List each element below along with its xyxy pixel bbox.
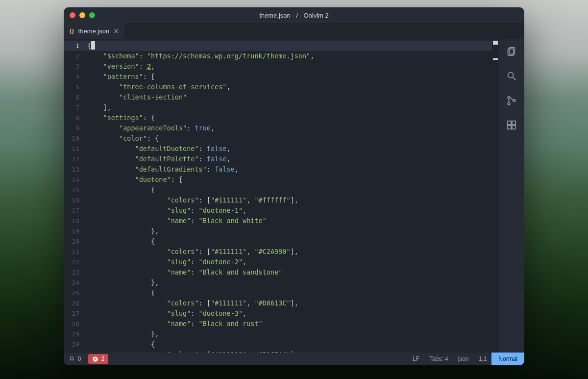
code-line[interactable]: "name": "Black and sandstone"	[84, 267, 492, 278]
line-number[interactable]: 28	[64, 319, 84, 329]
tab-label: theme.json	[78, 27, 110, 35]
code-line[interactable]: "version": 2,	[84, 61, 492, 72]
line-number[interactable]: 6	[64, 92, 84, 102]
files-icon[interactable]	[506, 46, 517, 57]
line-number[interactable]: 17	[64, 205, 84, 216]
status-bar: 0 2 LF Tabs: 4 json 1,1 Normal	[64, 353, 524, 365]
code-line[interactable]: "settings": {	[84, 113, 492, 123]
line-number[interactable]: 11	[64, 144, 84, 154]
maximize-window-button[interactable]	[89, 12, 95, 18]
svg-point-5	[508, 102, 510, 105]
code-line[interactable]: {	[84, 288, 492, 298]
status-notifications[interactable]: 0	[64, 353, 86, 365]
code-line[interactable]: "slug": "duotone-2",	[84, 257, 492, 267]
line-number[interactable]: 24	[64, 278, 84, 288]
error-icon	[92, 356, 98, 362]
code-area[interactable]: { "$schema": "https://schemas.wp.org/tru…	[84, 39, 492, 353]
scrollbar[interactable]	[492, 39, 499, 353]
code-line[interactable]: "clients-section"	[84, 92, 492, 102]
git-icon[interactable]	[506, 95, 517, 106]
code-line[interactable]: "defaultPalette": false,	[84, 154, 492, 164]
svg-rect-7	[508, 121, 511, 125]
code-line[interactable]: "slug": "duotone-3",	[84, 308, 492, 319]
code-line[interactable]: {	[84, 185, 492, 195]
code-line[interactable]: {	[84, 339, 492, 350]
line-number[interactable]: 15	[64, 185, 84, 195]
code-line[interactable]: "appearanceTools": true,	[84, 123, 492, 133]
status-errors[interactable]: 2	[88, 354, 109, 364]
close-tab-button[interactable]: ✕	[113, 27, 120, 35]
code-line[interactable]: "name": "Black and rust"	[84, 319, 492, 329]
code-line[interactable]: {	[84, 41, 492, 51]
code-line[interactable]: "three-columns-of-services",	[84, 82, 492, 92]
line-number[interactable]: 19	[64, 226, 84, 236]
activity-bar	[499, 39, 524, 353]
code-line[interactable]: "duotone": [	[84, 175, 492, 185]
map-marker	[493, 41, 498, 45]
line-number-gutter[interactable]: 1234567891011121314151617181920212223242…	[64, 39, 84, 353]
line-number[interactable]: 13	[64, 164, 84, 175]
line-number[interactable]: 30	[64, 339, 84, 350]
line-number[interactable]: 1	[64, 41, 84, 51]
line-number[interactable]: 9	[64, 123, 84, 133]
code-line[interactable]: "defaultDuotone": false,	[84, 144, 492, 154]
line-number[interactable]: 5	[64, 82, 84, 92]
bell-icon	[69, 356, 75, 362]
line-number[interactable]: 20	[64, 236, 84, 247]
extensions-icon[interactable]	[506, 119, 517, 131]
titlebar[interactable]: theme.json - / - Onivim 2	[64, 7, 524, 23]
line-number[interactable]: 22	[64, 257, 84, 267]
status-lang[interactable]: json	[453, 353, 474, 365]
map-marker	[493, 58, 498, 60]
editor[interactable]: 1234567891011121314151617181920212223242…	[64, 39, 499, 353]
status-pos[interactable]: 1,1	[474, 353, 492, 365]
status-eol[interactable]: LF	[408, 353, 424, 365]
code-line[interactable]: "color": {	[84, 133, 492, 144]
line-number[interactable]: 29	[64, 329, 84, 339]
status-tabs[interactable]: Tabs: 4	[424, 353, 453, 365]
traffic-lights	[70, 12, 95, 18]
line-number[interactable]: 8	[64, 113, 84, 123]
code-line[interactable]: "colors": ["#111111", "#C2A990"],	[84, 247, 492, 257]
code-line[interactable]: "name": "Black and white"	[84, 216, 492, 226]
line-number[interactable]: 23	[64, 267, 84, 278]
line-number[interactable]: 2	[64, 51, 84, 61]
line-number[interactable]: 27	[64, 308, 84, 319]
line-number[interactable]: 21	[64, 247, 84, 257]
line-number[interactable]: 18	[64, 216, 84, 226]
code-line[interactable]: "slug": "duotone-1",	[84, 205, 492, 216]
code-line[interactable]: },	[84, 278, 492, 288]
filetype-icon: {}	[70, 28, 74, 34]
text-cursor	[91, 41, 95, 50]
code-line[interactable]: "colors": ["#111111", "#D8613C"],	[84, 298, 492, 308]
line-number[interactable]: 14	[64, 175, 84, 185]
code-line[interactable]: "patterns": [	[84, 72, 492, 82]
tab-theme-json[interactable]: {} theme.json ✕	[64, 23, 124, 39]
svg-point-6	[513, 100, 515, 102]
minimize-window-button[interactable]	[79, 12, 85, 18]
code-line[interactable]: "$schema": "https://schemas.wp.org/trunk…	[84, 51, 492, 61]
line-number[interactable]: 3	[64, 61, 84, 72]
svg-rect-8	[512, 121, 515, 125]
svg-rect-10	[512, 126, 515, 129]
search-icon[interactable]	[506, 70, 517, 82]
status-mode[interactable]: Normal	[491, 353, 524, 365]
line-number[interactable]: 12	[64, 154, 84, 164]
error-count: 2	[101, 355, 105, 362]
line-number[interactable]: 16	[64, 195, 84, 205]
code-line[interactable]: },	[84, 329, 492, 339]
line-number[interactable]: 25	[64, 288, 84, 298]
line-number[interactable]: 10	[64, 133, 84, 144]
line-number[interactable]: 7	[64, 102, 84, 113]
code-line[interactable]: "colors": ["#111111", "#ffffff"],	[84, 195, 492, 205]
code-line[interactable]: "defaultGradients": false,	[84, 164, 492, 175]
code-line[interactable]: "colors": ["#111111", "#B1C5A4"],	[84, 350, 492, 353]
svg-point-4	[508, 96, 510, 99]
code-line[interactable]: {	[84, 236, 492, 247]
svg-line-3	[513, 77, 516, 80]
code-line[interactable]: },	[84, 226, 492, 236]
line-number[interactable]: 4	[64, 72, 84, 82]
code-line[interactable]: ],	[84, 102, 492, 113]
line-number[interactable]: 26	[64, 298, 84, 308]
close-window-button[interactable]	[70, 12, 75, 18]
